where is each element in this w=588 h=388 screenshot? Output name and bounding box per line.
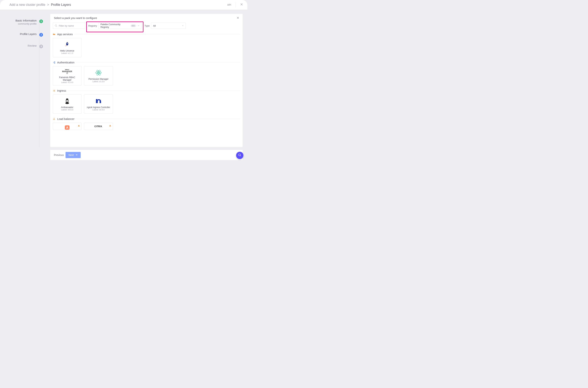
previous-button[interactable]: Previous [54,154,64,156]
ambassador-icon [64,97,71,105]
next-button[interactable]: Next [66,152,81,158]
body: Basic Information community-profile 1 Pr… [0,10,248,163]
svg-rect-13 [66,99,68,100]
warning-icon [78,124,80,127]
svg-rect-15 [53,119,53,120]
help-fab[interactable] [236,152,243,159]
pack-name: Permission Manager [89,78,109,80]
svg-point-19 [239,154,241,156]
chevron-down-icon [182,24,184,27]
category-authentication: Authentication RBAC MANAGER Fairwinds R [53,61,240,85]
panel-close-icon[interactable] [237,17,239,20]
warning-icon [109,124,111,127]
svg-point-0 [55,25,57,26]
main-content: Select a pack you want to configure [41,10,248,163]
arrow-right-icon [75,154,78,157]
svg-rect-16 [54,119,54,120]
registry-select[interactable]: Palette Community Registry OCI [98,23,141,29]
pack-version: Latest: v1.1.2 [61,52,73,54]
svg-rect-18 [65,125,69,130]
pack-name: Ambassador [61,106,73,109]
filter-row: Registry Palette Community Registry OCI [50,22,243,31]
categories: App services Hello Universe Latest: v1.1… [50,31,243,147]
pack-version: Latest: v6.6.0 [61,109,73,111]
next-label: Next [68,154,74,156]
search-input-wrap[interactable] [53,23,85,29]
step-title: Review [28,44,37,47]
category-ingress: Ingress Ambassador Latest: v6.6.0 [53,89,240,114]
ngrok-icon [95,97,102,105]
pack-fairwinds-rbac-manager[interactable]: RBAC MANAGER Fairwinds RBAC Manager Late… [53,66,82,85]
pack-name: ngrok Ingress Controller [87,106,110,109]
step-review[interactable]: Review 3 [6,44,41,48]
pack-version: Latest: v0.9.0 [92,109,105,111]
pack-hello-universe[interactable]: Hello Universe Latest: v1.1.2 [53,38,82,57]
shuffle-icon [53,89,55,92]
type-value: All [153,24,156,27]
pack-version: Latest: v1.9.0 [61,81,73,83]
type-select[interactable]: All [151,23,186,29]
breadcrumb-parent[interactable]: Add a new cluster profile [9,3,45,7]
breadcrumb-current: Profile Layers [51,3,71,7]
registry-highlight-box: Registry Palette Community Registry OCI [86,22,143,32]
header-bar: Add a new cluster profile > Profile Laye… [0,0,248,10]
category-title: App services [57,33,73,36]
svg-point-1 [67,43,68,44]
avi-icon [64,125,71,130]
api-link[interactable]: API [227,3,231,6]
category-load-balancer: Load balancer [53,117,240,130]
pack-ambassador[interactable]: Ambassador Latest: v6.6.0 [53,94,82,114]
pack-version: Latest: v1.0.0 [92,80,105,82]
pack-picker-panel: Select a pack you want to configure [50,14,243,147]
breadcrumb: Add a new cluster profile > Profile Laye… [9,3,71,7]
svg-point-6 [98,72,99,73]
svg-rect-14 [54,118,54,118]
header-actions: API [227,2,243,7]
category-title: Load balancer [57,117,74,121]
pack-name: Fairwinds RBAC Manager [55,76,80,81]
divider [68,91,240,91]
citrix-icon: CITRIX. [95,125,102,128]
atom-icon [95,69,102,76]
search-help-icon [238,153,242,158]
load-balancer-icon [53,118,55,120]
oci-badge: OCI [131,24,136,27]
type-label: Type [145,24,150,27]
step-subtitle: community-profile [16,23,37,25]
chevron-down-icon [138,24,139,27]
svg-point-10 [67,100,67,101]
search-input[interactable] [59,24,83,27]
wizard-steps: Basic Information community-profile 1 Pr… [6,10,41,163]
svg-rect-17 [55,119,55,120]
rocket-icon [64,41,71,48]
search-icon [55,24,57,27]
step-title: Profile Layers [20,32,37,36]
login-icon [53,61,55,64]
step-connector [39,20,39,147]
folder-icon [53,33,55,36]
close-icon[interactable] [240,3,243,7]
pack-avi[interactable] [53,122,82,130]
category-app-services: App services Hello Universe Latest: v1.1… [53,33,240,57]
type-field: Type All [145,23,186,29]
registry-label: Registry [88,24,97,27]
chevron-right-icon: > [47,3,49,7]
svg-point-7 [65,102,69,104]
step-profile-layers[interactable]: Profile Layers 2 [6,32,41,37]
svg-point-9 [66,100,68,102]
pack-permission-manager[interactable]: Permission Manager Latest: v1.0.0 [84,66,113,85]
step-title: Basic Information [16,19,37,22]
rbac-manager-icon: RBAC MANAGER [64,68,71,75]
svg-rect-2 [67,73,68,74]
svg-point-11 [67,100,68,101]
category-title: Authentication [57,61,74,64]
panel-title: Select a pack you want to configure [54,16,97,20]
pack-name: Hello Universe [60,49,74,52]
registry-value: Palette Community Registry [100,23,129,28]
step-basic-information[interactable]: Basic Information community-profile 1 [6,19,41,25]
app-frame: Add a new cluster profile > Profile Laye… [0,0,248,163]
divider [76,119,240,119]
pack-ngrok-ingress-controller[interactable]: ngrok Ingress Controller Latest: v0.9.0 [84,94,113,114]
category-title: Ingress [57,89,66,92]
pack-citrix[interactable]: CITRIX. [84,122,113,130]
